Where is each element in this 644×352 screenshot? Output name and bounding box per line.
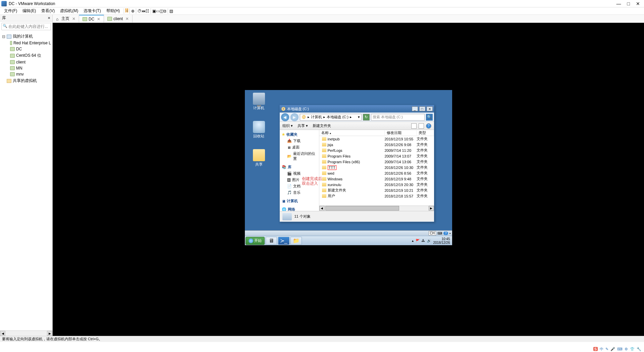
- keyboard-icon[interactable]: ⌨: [437, 231, 442, 235]
- guest-desktop[interactable]: 计算机 回收站 共享 📀 本地磁盘 (C:) _: [245, 90, 452, 245]
- ime-tool-icon[interactable]: ✎: [605, 347, 608, 351]
- nav-recent[interactable]: 📂最近访问的位置: [280, 150, 319, 162]
- horizontal-scrollbar[interactable]: ◀▶: [319, 206, 434, 211]
- language-indicator[interactable]: CH: [429, 231, 436, 235]
- tree-shared-vms[interactable]: 共享的虚拟机: [1, 77, 52, 84]
- fullscreen-icon[interactable]: ▣: [152, 9, 156, 13]
- unity-icon[interactable]: ▭: [156, 9, 160, 13]
- ime-keyboard-icon[interactable]: ⌨: [617, 347, 623, 351]
- explorer-search-input[interactable]: 搜索 本地磁盘 (C:): [371, 114, 425, 121]
- taskbar-item-server-manager[interactable]: 🖥: [266, 237, 277, 245]
- tree-vm-mnv[interactable]: mnv: [1, 71, 52, 77]
- close-icon[interactable]: ✕: [125, 16, 129, 21]
- nav-libraries[interactable]: 📚库: [280, 164, 319, 170]
- maximize-button[interactable]: □: [627, 1, 630, 6]
- menu-view[interactable]: 查看(V): [39, 7, 57, 14]
- ime-settings-icon[interactable]: ⚙: [625, 347, 628, 351]
- tab-home[interactable]: ⌂ 主页 ✕: [53, 15, 79, 23]
- view-options-icon[interactable]: [411, 123, 417, 129]
- search-button[interactable]: 🔍: [426, 114, 433, 121]
- file-row[interactable]: TTT2018/12/26 10:30文件夹: [319, 165, 434, 170]
- sidebar-scrollbar[interactable]: ◀▶: [0, 331, 52, 336]
- organize-button[interactable]: 组织 ▾: [282, 123, 293, 128]
- flag-icon[interactable]: 🚩: [416, 239, 420, 243]
- back-button[interactable]: ◄: [281, 113, 289, 121]
- nav-downloads[interactable]: 📥下载: [280, 138, 319, 144]
- file-row[interactable]: PerfLogs2009/7/14 11:20文件夹: [319, 147, 434, 153]
- menu-file[interactable]: 文件(F): [1, 7, 20, 14]
- start-button[interactable]: 开始: [246, 237, 265, 245]
- snapshot-manager-icon[interactable]: ☷: [146, 9, 149, 13]
- tree-vm-redhat[interactable]: Red Hat Enterprise L: [1, 40, 52, 46]
- sidebar-close-icon[interactable]: ✕: [48, 16, 50, 20]
- file-row[interactable]: Windows2018/12/19 9:48文件夹: [319, 176, 434, 182]
- address-bar[interactable]: 📀 ▸ 计算机 ▸ 本地磁盘 (C:) ▸ ▾: [300, 114, 362, 121]
- nav-network[interactable]: 🌐网络: [280, 206, 319, 211]
- close-button[interactable]: ✕: [427, 106, 433, 111]
- library-search-input[interactable]: [1, 23, 51, 30]
- console-icon[interactable]: ◫: [160, 9, 163, 13]
- close-icon[interactable]: ✕: [72, 16, 75, 21]
- nav-computer[interactable]: 🖥计算机: [280, 198, 319, 204]
- share-button[interactable]: 共享 ▾: [298, 123, 308, 128]
- desktop-icon-computer[interactable]: 计算机: [249, 93, 269, 111]
- minimize-button[interactable]: _: [412, 106, 418, 111]
- tree-vm-mn[interactable]: MN: [1, 65, 52, 71]
- file-row[interactable]: 用户2018/12/18 15:57文件夹: [319, 193, 434, 199]
- file-row[interactable]: inetpub2018/12/19 10:55文件夹: [319, 136, 434, 142]
- forward-button[interactable]: ►: [290, 113, 299, 121]
- snapshot-revert-icon[interactable]: ⏮: [142, 9, 146, 13]
- tab-dc[interactable]: DC ✕: [79, 15, 104, 23]
- multi-monitor-icon[interactable]: ⧉: [163, 9, 166, 13]
- tab-client[interactable]: client ✕: [104, 15, 132, 23]
- nav-music[interactable]: 🎵音乐: [280, 189, 319, 196]
- ime-skin-icon[interactable]: 👕: [630, 347, 635, 351]
- file-list[interactable]: inetpub2018/12/19 10:55文件夹jsja2018/12/26…: [319, 136, 434, 206]
- taskbar-item-explorer[interactable]: 📁: [290, 237, 302, 245]
- tree-vm-client[interactable]: client: [1, 59, 52, 65]
- tree-vm-dc[interactable]: DC: [1, 46, 52, 52]
- nav-favorites[interactable]: ★收藏夹: [280, 131, 319, 138]
- clock[interactable]: 10:45 2018/12/26: [433, 237, 450, 245]
- explorer-titlebar[interactable]: 📀 本地磁盘 (C:) _ □ ✕: [280, 105, 434, 113]
- file-row[interactable]: wed2018/12/26 8:56文件夹: [319, 170, 434, 176]
- preview-pane-icon[interactable]: [419, 123, 424, 129]
- nav-videos[interactable]: 🎬视频: [280, 170, 319, 177]
- help-icon[interactable]: ?: [443, 231, 448, 235]
- ime-mic-icon[interactable]: 🎤: [610, 347, 615, 351]
- send-ctrl-alt-del-icon[interactable]: ⊕: [131, 9, 135, 13]
- file-row[interactable]: jsja2018/12/26 9:08文件夹: [319, 142, 434, 147]
- close-button[interactable]: ✕: [636, 1, 640, 6]
- snapshot-icon[interactable]: ⏱: [138, 9, 142, 13]
- network-icon[interactable]: 🖧: [422, 239, 425, 243]
- desktop-icon-recycle[interactable]: 回收站: [249, 121, 269, 139]
- column-headers[interactable]: 名称 ▴ 修改日期 类型: [319, 130, 434, 136]
- vm-display[interactable]: 计算机 回收站 共享 📀 本地磁盘 (C:) _: [53, 23, 644, 336]
- drive-icon: 📀: [281, 107, 286, 111]
- tree-root-mycomputer[interactable]: ⊟ 我的计算机: [1, 33, 52, 40]
- taskbar-item-powershell[interactable]: ≻_: [278, 237, 289, 245]
- menu-vm[interactable]: 虚拟机(M): [57, 7, 81, 14]
- menu-help[interactable]: 帮助(H): [104, 7, 123, 14]
- new-folder-button[interactable]: 新建文件夹: [313, 123, 331, 128]
- desktop-icon-share[interactable]: 共享: [249, 149, 269, 167]
- volume-icon[interactable]: 🔊: [427, 239, 431, 243]
- tree-vm-centos[interactable]: CentOS 64 位: [1, 52, 52, 59]
- file-row[interactable]: 新建文件夹2018/12/19 10:21文件夹: [319, 187, 434, 193]
- file-row[interactable]: Program Files2009/7/14 13:07文件夹: [319, 153, 434, 159]
- tray-icon[interactable]: ▴: [412, 239, 414, 243]
- maximize-button[interactable]: □: [419, 106, 425, 111]
- menu-tabs[interactable]: 选项卡(T): [81, 7, 103, 14]
- file-row[interactable]: Program Files (x86)2009/7/14 13:06文件夹: [319, 159, 434, 165]
- refresh-button[interactable]: ↻: [363, 114, 370, 121]
- help-icon[interactable]: ?: [426, 123, 431, 129]
- ime-cn-icon[interactable]: 中: [600, 347, 603, 352]
- file-row[interactable]: xuninulu2018/12/19 20:30文件夹: [319, 182, 434, 187]
- minimize-button[interactable]: —: [616, 1, 621, 6]
- ime-tool2-icon[interactable]: 🔧: [637, 347, 641, 351]
- close-icon[interactable]: ✕: [97, 17, 100, 21]
- library-toggle-icon[interactable]: ▤: [169, 9, 173, 13]
- menu-edit[interactable]: 编辑(E): [20, 7, 39, 14]
- nav-desktop[interactable]: 🖥桌面: [280, 144, 319, 150]
- ime-icon[interactable]: S: [593, 347, 598, 351]
